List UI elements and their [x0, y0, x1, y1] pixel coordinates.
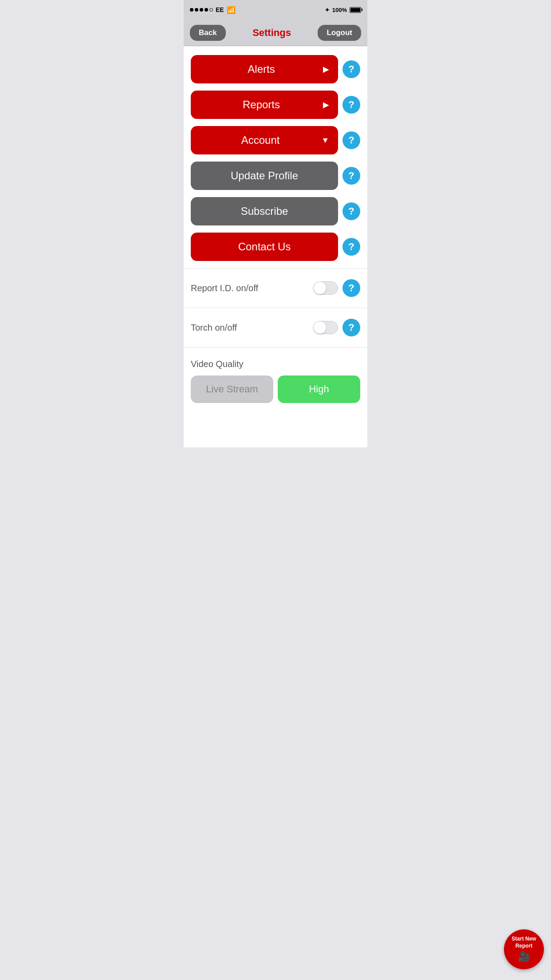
status-bar: EE 📶 ✦ 100% — [184, 0, 367, 20]
account-arrow: ▼ — [321, 136, 329, 145]
battery-indicator — [350, 7, 361, 13]
torch-help-button[interactable]: ? — [342, 319, 360, 336]
quality-buttons: Live Stream High — [191, 375, 360, 403]
battery-percent: 100% — [332, 7, 347, 13]
reports-label: Reports — [200, 99, 323, 111]
report-id-help-button[interactable]: ? — [342, 279, 360, 297]
report-id-knob — [314, 282, 326, 294]
subscribe-help-button[interactable]: ? — [342, 202, 360, 220]
main-content: Alerts ▶ ? Reports ▶ ? Account ▼ ? Updat… — [184, 46, 367, 447]
contact-us-help-button[interactable]: ? — [342, 238, 360, 256]
account-row: Account ▼ ? — [191, 126, 360, 154]
subscribe-button[interactable]: Subscribe — [191, 197, 338, 225]
reports-help-button[interactable]: ? — [342, 96, 360, 114]
contact-us-label: Contact Us — [200, 241, 329, 253]
torch-row: Torch on/off ? — [191, 315, 360, 340]
reports-button[interactable]: Reports ▶ — [191, 91, 338, 119]
carrier-label: EE — [216, 6, 224, 13]
wifi-icon: 📶 — [227, 6, 236, 14]
reports-arrow: ▶ — [323, 100, 329, 110]
alerts-arrow: ▶ — [323, 64, 329, 74]
account-button[interactable]: Account ▼ — [191, 126, 338, 154]
report-id-row: Report I.D. on/off ? — [191, 276, 360, 300]
report-id-label: Report I.D. on/off — [191, 283, 258, 293]
reports-row: Reports ▶ ? — [191, 91, 360, 119]
contact-us-row: Contact Us ? — [191, 233, 360, 261]
signal-dot-3 — [200, 8, 203, 12]
bluetooth-icon: ✦ — [325, 7, 330, 13]
video-quality-label: Video Quality — [191, 359, 360, 369]
logout-button[interactable]: Logout — [318, 25, 361, 41]
alerts-button[interactable]: Alerts ▶ — [191, 55, 338, 83]
torch-knob — [314, 321, 326, 334]
alerts-help-button[interactable]: ? — [342, 60, 360, 78]
page-title: Settings — [252, 27, 291, 39]
divider-3 — [184, 347, 367, 348]
back-button[interactable]: Back — [190, 25, 226, 41]
alerts-label: Alerts — [200, 63, 323, 75]
signal-dot-2 — [195, 8, 198, 12]
report-id-toggle[interactable] — [313, 281, 338, 295]
alerts-row: Alerts ▶ ? — [191, 55, 360, 83]
live-stream-button[interactable]: Live Stream — [191, 375, 273, 403]
update-profile-label: Update Profile — [200, 170, 329, 182]
contact-us-button[interactable]: Contact Us — [191, 233, 338, 261]
status-right: ✦ 100% — [325, 7, 361, 13]
signal-dot-5 — [209, 8, 213, 12]
divider-2 — [184, 308, 367, 308]
signal-dot-4 — [205, 8, 208, 12]
battery-shell — [350, 7, 361, 13]
torch-label: Torch on/off — [191, 323, 237, 333]
divider-1 — [184, 268, 367, 269]
nav-bar: Back Settings Logout — [184, 20, 367, 46]
update-profile-help-button[interactable]: ? — [342, 167, 360, 185]
battery-fill — [350, 8, 360, 12]
update-profile-row: Update Profile ? — [191, 162, 360, 190]
account-help-button[interactable]: ? — [342, 131, 360, 149]
high-quality-button[interactable]: High — [278, 375, 360, 403]
report-id-controls: ? — [313, 279, 360, 297]
signal-dots — [190, 8, 213, 12]
update-profile-button[interactable]: Update Profile — [191, 162, 338, 190]
subscribe-label: Subscribe — [200, 205, 329, 217]
subscribe-row: Subscribe ? — [191, 197, 360, 225]
signal-dot-1 — [190, 8, 193, 12]
video-quality-section: Video Quality Live Stream High — [191, 355, 360, 439]
torch-toggle[interactable] — [313, 321, 338, 334]
account-label: Account — [200, 134, 321, 146]
torch-controls: ? — [313, 319, 360, 336]
status-left: EE 📶 — [190, 6, 236, 14]
